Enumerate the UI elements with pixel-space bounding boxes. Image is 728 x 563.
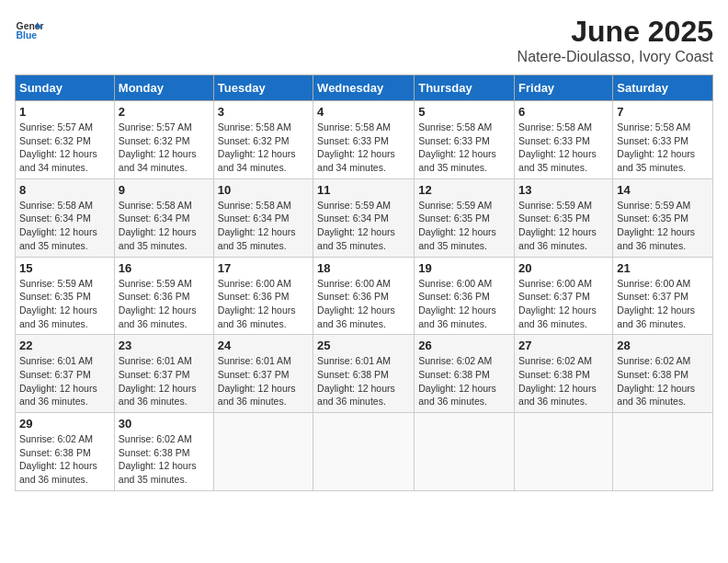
day-number: 27 bbox=[518, 339, 609, 352]
day-info: Sunrise: 5:59 AMSunset: 6:34 PMDaylight:… bbox=[317, 200, 395, 251]
day-info: Sunrise: 5:58 AMSunset: 6:33 PMDaylight:… bbox=[418, 121, 496, 173]
calendar-header-row: Sunday Monday Tuesday Wednesday Thursday… bbox=[16, 75, 713, 101]
calendar-cell bbox=[515, 413, 613, 491]
day-info: Sunrise: 6:02 AMSunset: 6:38 PMDaylight:… bbox=[19, 433, 97, 485]
day-number: 25 bbox=[317, 339, 410, 352]
day-info: Sunrise: 6:00 AMSunset: 6:37 PMDaylight:… bbox=[518, 278, 597, 329]
day-info: Sunrise: 5:59 AMSunset: 6:35 PMDaylight:… bbox=[518, 200, 597, 251]
day-info: Sunrise: 5:58 AMSunset: 6:34 PMDaylight:… bbox=[119, 200, 197, 251]
calendar-row: 22 Sunrise: 6:01 AMSunset: 6:37 PMDaylig… bbox=[16, 335, 713, 413]
month-title: June 2025 bbox=[518, 15, 713, 49]
day-info: Sunrise: 6:00 AMSunset: 6:37 PMDaylight:… bbox=[617, 278, 695, 329]
calendar-cell bbox=[613, 413, 713, 491]
day-info: Sunrise: 6:01 AMSunset: 6:37 PMDaylight:… bbox=[218, 355, 296, 407]
calendar-row: 15 Sunrise: 5:59 AMSunset: 6:35 PMDaylig… bbox=[16, 257, 713, 335]
calendar-cell: 27 Sunrise: 6:02 AMSunset: 6:38 PMDaylig… bbox=[515, 335, 613, 413]
calendar-cell: 7 Sunrise: 5:58 AMSunset: 6:33 PMDayligh… bbox=[613, 101, 713, 179]
calendar-cell: 14 Sunrise: 5:59 AMSunset: 6:35 PMDaylig… bbox=[613, 178, 713, 257]
day-number: 7 bbox=[617, 105, 709, 119]
calendar-cell: 12 Sunrise: 5:59 AMSunset: 6:35 PMDaylig… bbox=[415, 178, 515, 257]
calendar-row: 8 Sunrise: 5:58 AMSunset: 6:34 PMDayligh… bbox=[16, 178, 713, 257]
svg-text:Blue: Blue bbox=[17, 30, 38, 40]
calendar-cell: 21 Sunrise: 6:00 AMSunset: 6:37 PMDaylig… bbox=[613, 257, 713, 335]
calendar-cell: 4 Sunrise: 5:58 AMSunset: 6:33 PMDayligh… bbox=[313, 101, 415, 179]
logo: General Blue bbox=[15, 15, 48, 44]
day-number: 4 bbox=[317, 105, 410, 119]
calendar-cell: 25 Sunrise: 6:01 AMSunset: 6:38 PMDaylig… bbox=[313, 335, 415, 413]
day-info: Sunrise: 6:02 AMSunset: 6:38 PMDaylight:… bbox=[617, 355, 695, 407]
calendar-cell: 17 Sunrise: 6:00 AMSunset: 6:36 PMDaylig… bbox=[213, 257, 313, 335]
calendar-row: 1 Sunrise: 5:57 AMSunset: 6:32 PMDayligh… bbox=[16, 101, 713, 179]
day-number: 12 bbox=[418, 183, 510, 197]
day-info: Sunrise: 6:01 AMSunset: 6:37 PMDaylight:… bbox=[19, 355, 97, 407]
day-number: 29 bbox=[19, 417, 110, 431]
calendar-cell: 24 Sunrise: 6:01 AMSunset: 6:37 PMDaylig… bbox=[213, 335, 313, 413]
day-info: Sunrise: 5:59 AMSunset: 6:35 PMDaylight:… bbox=[617, 200, 695, 251]
day-number: 6 bbox=[518, 105, 609, 119]
calendar-cell: 26 Sunrise: 6:02 AMSunset: 6:38 PMDaylig… bbox=[415, 335, 515, 413]
day-number: 22 bbox=[19, 339, 110, 352]
header-friday: Friday bbox=[515, 75, 613, 101]
calendar-cell bbox=[313, 413, 415, 491]
calendar-cell: 13 Sunrise: 5:59 AMSunset: 6:35 PMDaylig… bbox=[515, 178, 613, 257]
logo-icon: General Blue bbox=[15, 15, 44, 44]
calendar-cell: 15 Sunrise: 5:59 AMSunset: 6:35 PMDaylig… bbox=[16, 257, 115, 335]
calendar-cell: 18 Sunrise: 6:00 AMSunset: 6:36 PMDaylig… bbox=[313, 257, 415, 335]
day-number: 30 bbox=[119, 417, 210, 431]
day-number: 11 bbox=[317, 183, 410, 197]
calendar-table: Sunday Monday Tuesday Wednesday Thursday… bbox=[15, 75, 713, 491]
day-number: 20 bbox=[518, 261, 609, 275]
calendar-cell: 16 Sunrise: 5:59 AMSunset: 6:36 PMDaylig… bbox=[114, 257, 213, 335]
day-info: Sunrise: 5:58 AMSunset: 6:33 PMDaylight:… bbox=[617, 121, 695, 173]
header-wednesday: Wednesday bbox=[313, 75, 415, 101]
day-info: Sunrise: 6:02 AMSunset: 6:38 PMDaylight:… bbox=[518, 355, 597, 407]
day-info: Sunrise: 5:59 AMSunset: 6:36 PMDaylight:… bbox=[119, 278, 197, 329]
day-number: 3 bbox=[218, 105, 309, 119]
day-number: 24 bbox=[218, 339, 309, 352]
calendar-cell: 8 Sunrise: 5:58 AMSunset: 6:34 PMDayligh… bbox=[16, 178, 115, 257]
day-info: Sunrise: 6:00 AMSunset: 6:36 PMDaylight:… bbox=[218, 278, 296, 329]
calendar-cell: 3 Sunrise: 5:58 AMSunset: 6:32 PMDayligh… bbox=[213, 101, 313, 179]
calendar-cell bbox=[415, 413, 515, 491]
calendar-row: 29 Sunrise: 6:02 AMSunset: 6:38 PMDaylig… bbox=[16, 413, 713, 491]
header-monday: Monday bbox=[114, 75, 213, 101]
calendar-cell: 30 Sunrise: 6:02 AMSunset: 6:38 PMDaylig… bbox=[114, 413, 213, 491]
day-number: 1 bbox=[19, 105, 110, 119]
day-number: 17 bbox=[218, 261, 309, 275]
day-info: Sunrise: 5:58 AMSunset: 6:34 PMDaylight:… bbox=[218, 200, 296, 251]
day-number: 28 bbox=[617, 339, 709, 352]
calendar-cell: 9 Sunrise: 5:58 AMSunset: 6:34 PMDayligh… bbox=[114, 178, 213, 257]
calendar-cell: 2 Sunrise: 5:57 AMSunset: 6:32 PMDayligh… bbox=[114, 101, 213, 179]
day-info: Sunrise: 6:01 AMSunset: 6:38 PMDaylight:… bbox=[317, 355, 395, 407]
day-info: Sunrise: 5:59 AMSunset: 6:35 PMDaylight:… bbox=[19, 278, 97, 329]
day-info: Sunrise: 6:02 AMSunset: 6:38 PMDaylight:… bbox=[119, 433, 197, 485]
day-info: Sunrise: 5:58 AMSunset: 6:32 PMDaylight:… bbox=[218, 121, 296, 173]
header-sunday: Sunday bbox=[16, 75, 115, 101]
header-thursday: Thursday bbox=[415, 75, 515, 101]
title-section: June 2025 Natere-Dioulasso, Ivory Coast bbox=[518, 15, 713, 65]
calendar-cell: 19 Sunrise: 6:00 AMSunset: 6:36 PMDaylig… bbox=[415, 257, 515, 335]
calendar-cell: 29 Sunrise: 6:02 AMSunset: 6:38 PMDaylig… bbox=[16, 413, 115, 491]
day-info: Sunrise: 6:00 AMSunset: 6:36 PMDaylight:… bbox=[418, 278, 496, 329]
day-info: Sunrise: 5:57 AMSunset: 6:32 PMDaylight:… bbox=[119, 121, 197, 173]
day-info: Sunrise: 6:01 AMSunset: 6:37 PMDaylight:… bbox=[119, 355, 197, 407]
calendar-cell: 22 Sunrise: 6:01 AMSunset: 6:37 PMDaylig… bbox=[16, 335, 115, 413]
calendar-cell bbox=[213, 413, 313, 491]
calendar-cell: 28 Sunrise: 6:02 AMSunset: 6:38 PMDaylig… bbox=[613, 335, 713, 413]
header-saturday: Saturday bbox=[613, 75, 713, 101]
location-title: Natere-Dioulasso, Ivory Coast bbox=[518, 49, 713, 65]
calendar-cell: 11 Sunrise: 5:59 AMSunset: 6:34 PMDaylig… bbox=[313, 178, 415, 257]
day-number: 13 bbox=[518, 183, 609, 197]
day-number: 14 bbox=[617, 183, 709, 197]
day-number: 5 bbox=[418, 105, 510, 119]
day-number: 19 bbox=[418, 261, 510, 275]
day-number: 15 bbox=[19, 261, 110, 275]
page-header: General Blue June 2025 Natere-Dioulasso,… bbox=[15, 15, 713, 65]
day-info: Sunrise: 6:02 AMSunset: 6:38 PMDaylight:… bbox=[418, 355, 496, 407]
calendar-cell: 1 Sunrise: 5:57 AMSunset: 6:32 PMDayligh… bbox=[16, 101, 115, 179]
day-number: 2 bbox=[119, 105, 210, 119]
calendar-cell: 23 Sunrise: 6:01 AMSunset: 6:37 PMDaylig… bbox=[114, 335, 213, 413]
day-number: 16 bbox=[119, 261, 210, 275]
day-number: 21 bbox=[617, 261, 709, 275]
day-number: 8 bbox=[19, 183, 110, 197]
